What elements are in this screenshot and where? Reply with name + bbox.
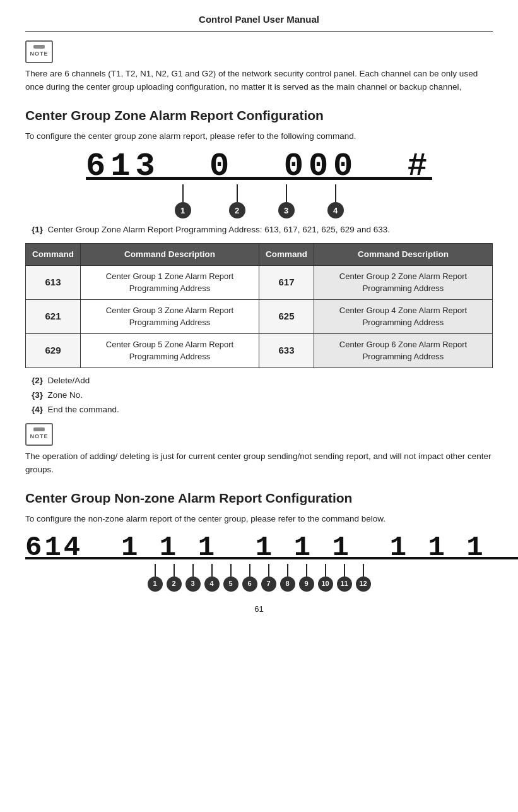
command-code-2: 614 1 1 1 1 1 1 1 1 1 1 # [25,534,518,561]
note-3-text: Zone No. [48,390,83,400]
command-diagram-2: 614 1 1 1 1 1 1 1 1 1 1 # 1 2 3 4 5 6 [25,534,493,592]
cmd-617: 617 [259,265,314,299]
note-2-label: {2} [32,376,43,385]
desc-633: Center Group 6 Zone Alarm Report Program… [314,333,493,367]
cmd-629: 629 [26,333,81,367]
table-header-4: Command Description [314,243,493,265]
desc-613: Center Group 1 Zone Alarm Report Program… [81,265,259,299]
circle2-6: 6 [242,576,257,592]
desc-629: Center Group 5 Zone Alarm Report Program… [81,333,259,367]
circle2-4: 4 [204,576,220,592]
note-2: {2} Delete/Add [32,374,493,387]
diagram-row-1: 1 2 3 4 [25,184,493,218]
circle-2: 2 [229,202,245,218]
cmd-633: 633 [259,333,314,367]
section1-title: Center Group Zone Alarm Report Configura… [25,105,493,126]
command-diagram-1: 613 0 000 # 1 2 3 4 [25,150,493,218]
circle2-7: 7 [261,576,276,592]
table-header-2: Command Description [81,243,259,265]
circle2-11: 11 [337,576,352,592]
note-operation-box: NOTE [25,423,493,446]
table-row: 629 Center Group 5 Zone Alarm Report Pro… [26,333,493,367]
diagram-circles-2: 1 2 3 4 5 6 7 8 [25,564,493,592]
note-3: {3} Zone No. [32,389,493,402]
circle2-10: 10 [318,576,333,592]
note-4: {4} End the command. [32,403,493,416]
note-icon: NOTE [25,40,53,63]
table-row: 621 Center Group 3 Zone Alarm Report Pro… [26,299,493,333]
desc-621: Center Group 3 Zone Alarm Report Program… [81,299,259,333]
section2-subtitle: To configure the non-zone alarm report o… [25,513,493,525]
note-2-text: Delete/Add [48,376,90,385]
page-number: 61 [25,603,493,616]
note-intro-box: NOTE [25,40,493,63]
section1-subtitle: To configure the center group zone alarm… [25,130,493,143]
desc-625: Center Group 4 Zone Alarm Report Program… [314,299,493,333]
note-1-text: Center Group Zone Alarm Report Programmi… [48,225,391,234]
table-header-1: Command [26,243,81,265]
cmd-613: 613 [26,265,81,299]
circle2-2: 2 [167,576,182,592]
cmd-625: 625 [259,299,314,333]
note-4-label: {4} [32,405,43,414]
circle2-8: 8 [280,576,295,592]
circle-1: 1 [175,202,191,218]
circle2-3: 3 [185,576,201,592]
command-code-1: 613 0 000 # [86,150,432,183]
table-header-3: Command [259,243,314,265]
circle2-12: 12 [356,576,371,592]
circle2-1: 1 [148,576,163,592]
section2-title: Center Group Non-zone Alarm Report Confi… [25,488,493,508]
note-1-label: {1} [32,225,43,234]
circle-3: 3 [278,202,295,218]
note-1: {1} Center Group Zone Alarm Report Progr… [32,224,493,236]
note-operation-text: The operation of adding/ deleting is jus… [25,450,493,477]
circle-4: 4 [327,202,344,218]
circle2-5: 5 [223,576,238,592]
circle2-9: 9 [299,576,314,592]
intro-text: There are 6 channels (T1, T2, N1, N2, G1… [25,67,493,94]
note-3-label: {3} [32,390,43,400]
note-operation-icon: NOTE [25,423,53,446]
desc-617: Center Group 2 Zone Alarm Report Program… [314,265,493,299]
command-table: Command Command Description Command Comm… [25,243,493,368]
cmd-621: 621 [26,299,81,333]
page-title: Control Panel User Manual [25,13,493,32]
table-row: 613 Center Group 1 Zone Alarm Report Pro… [26,265,493,299]
note-4-text: End the command. [48,405,119,414]
